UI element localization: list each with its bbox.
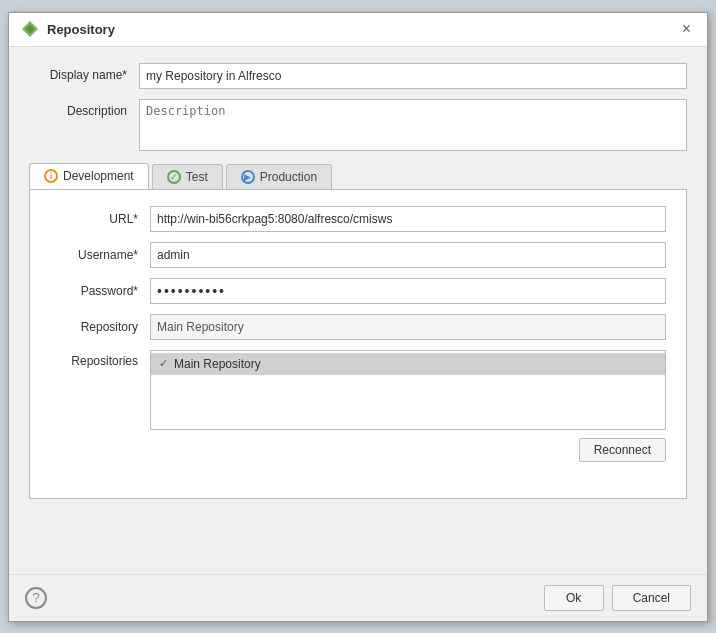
list-item[interactable]: ✓ Main Repository bbox=[151, 353, 665, 375]
password-row: Password* bbox=[50, 278, 666, 304]
dialog-footer: ? Ok Cancel bbox=[9, 574, 707, 621]
tab-development[interactable]: i Development bbox=[29, 163, 149, 189]
password-input[interactable] bbox=[150, 278, 666, 304]
repository-dialog: Repository × Display name* Description i… bbox=[8, 12, 708, 622]
reconnect-row: Reconnect bbox=[150, 438, 666, 462]
production-icon: ▶ bbox=[241, 170, 255, 184]
reconnect-button[interactable]: Reconnect bbox=[579, 438, 666, 462]
display-name-input[interactable] bbox=[139, 63, 687, 89]
dialog-body: Display name* Description i Development … bbox=[9, 47, 707, 574]
footer-buttons: Ok Cancel bbox=[544, 585, 691, 611]
repository-row: Repository bbox=[50, 314, 666, 340]
repositories-container: ✓ Main Repository Reconnect bbox=[150, 350, 666, 462]
tab-production-label: Production bbox=[260, 170, 317, 184]
repository-label: Repository bbox=[50, 320, 150, 334]
password-label: Password* bbox=[50, 284, 150, 298]
username-row: Username* bbox=[50, 242, 666, 268]
development-icon: i bbox=[44, 169, 58, 183]
title-bar: Repository × bbox=[9, 13, 707, 47]
url-label: URL* bbox=[50, 212, 150, 226]
display-name-label: Display name* bbox=[29, 63, 139, 82]
close-button[interactable]: × bbox=[678, 19, 695, 39]
tab-test-label: Test bbox=[186, 170, 208, 184]
username-label: Username* bbox=[50, 248, 150, 262]
repositories-list: ✓ Main Repository bbox=[150, 350, 666, 430]
tabs-area: i Development ✓ Test ▶ Production URL bbox=[29, 163, 687, 499]
test-icon: ✓ bbox=[167, 170, 181, 184]
tab-production[interactable]: ▶ Production bbox=[226, 164, 332, 189]
tab-panel-development: URL* Username* Password* Repository bbox=[29, 189, 687, 499]
tab-development-label: Development bbox=[63, 169, 134, 183]
display-name-row: Display name* bbox=[29, 63, 687, 89]
help-button[interactable]: ? bbox=[25, 587, 47, 609]
tabs-header: i Development ✓ Test ▶ Production bbox=[29, 163, 687, 189]
repositories-row: Repositories ✓ Main Repository Reconnect bbox=[50, 350, 666, 462]
description-row: Description bbox=[29, 99, 687, 151]
repositories-label: Repositories bbox=[50, 350, 150, 368]
url-input[interactable] bbox=[150, 206, 666, 232]
description-label: Description bbox=[29, 99, 139, 118]
ok-button[interactable]: Ok bbox=[544, 585, 604, 611]
url-row: URL* bbox=[50, 206, 666, 232]
app-icon bbox=[21, 20, 39, 38]
description-input[interactable] bbox=[139, 99, 687, 151]
check-icon: ✓ bbox=[159, 357, 168, 370]
repository-input bbox=[150, 314, 666, 340]
title-bar-left: Repository bbox=[21, 20, 115, 38]
username-input[interactable] bbox=[150, 242, 666, 268]
repo-item-label: Main Repository bbox=[174, 357, 261, 371]
dialog-title: Repository bbox=[47, 22, 115, 37]
cancel-button[interactable]: Cancel bbox=[612, 585, 691, 611]
tab-test[interactable]: ✓ Test bbox=[152, 164, 223, 189]
